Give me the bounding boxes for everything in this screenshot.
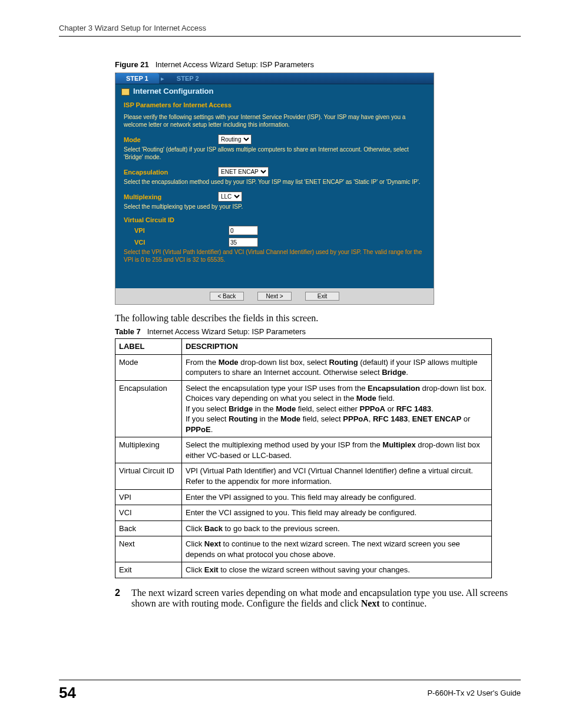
mode-help: Select 'Routing' (default) if your ISP a… bbox=[124, 146, 425, 161]
cell-label: Encapsulation bbox=[115, 380, 182, 437]
wizard-steps: STEP 1 ▸ STEP 2 bbox=[115, 73, 434, 84]
encapsulation-select[interactable]: ENET ENCAP bbox=[218, 167, 269, 177]
exit-button[interactable]: Exit bbox=[305, 292, 339, 301]
table-row: Multiplexing Select the multiplexing met… bbox=[115, 437, 492, 463]
step-number: 2 bbox=[115, 588, 131, 609]
table-title: Internet Access Wizard Setup: ISP Parame… bbox=[147, 327, 306, 336]
vci-label: VCI bbox=[124, 239, 229, 246]
vcid-help: Select the VPI (Virtual Path Identifier)… bbox=[124, 248, 425, 263]
wizard-screenshot: STEP 1 ▸ STEP 2 Internet Configuration I… bbox=[115, 73, 434, 305]
cell-desc: Select the encapsulation type your ISP u… bbox=[182, 380, 492, 437]
cell-desc: VPI (Virtual Path Identifier) and VCI (V… bbox=[182, 463, 492, 489]
cell-label: Multiplexing bbox=[115, 437, 182, 463]
step-arrow-icon: ▸ bbox=[161, 75, 164, 82]
cell-label: VCI bbox=[115, 505, 182, 521]
table-row: Mode From the Mode drop-down list box, s… bbox=[115, 354, 492, 380]
section-heading: ISP Parameters for Internet Access bbox=[124, 101, 425, 108]
multiplexing-select[interactable]: LLC bbox=[218, 192, 242, 202]
step-text-before: The next wizard screen varies depending … bbox=[131, 588, 508, 608]
vpi-input[interactable] bbox=[229, 226, 258, 235]
table-row: Back Click Back to go back to the previo… bbox=[115, 521, 492, 536]
cell-desc: Click Next to continue to the next wizar… bbox=[182, 536, 492, 562]
table-caption: Table 7 Internet Access Wizard Setup: IS… bbox=[59, 327, 521, 336]
th-label: LABEL bbox=[115, 339, 182, 355]
encapsulation-label: Encapsulation bbox=[124, 169, 218, 176]
page-number: 54 bbox=[59, 684, 76, 702]
cell-desc: From the Mode drop-down list box, select… bbox=[182, 354, 492, 380]
chapter-header: Chapter 3 Wizard Setup for Internet Acce… bbox=[59, 24, 521, 37]
multiplexing-help: Select the multiplexing type used by you… bbox=[124, 203, 425, 210]
page-footer: 54 P-660H-Tx v2 User's Guide bbox=[59, 680, 521, 702]
cell-desc: Enter the VCI assigned to you. This fiel… bbox=[182, 505, 492, 521]
cell-label: VPI bbox=[115, 489, 182, 505]
numbered-step: 2 The next wizard screen varies dependin… bbox=[59, 588, 521, 609]
guide-name: P-660H-Tx v2 User's Guide bbox=[427, 689, 521, 697]
vcid-label: Virtual Circuit ID bbox=[124, 216, 218, 223]
step-text-after: to continue. bbox=[380, 598, 427, 608]
intro-text: Please verify the following settings wit… bbox=[124, 113, 425, 129]
step-2-tab[interactable]: STEP 2 bbox=[166, 73, 210, 84]
cell-label: Virtual Circuit ID bbox=[115, 463, 182, 489]
multiplexing-label: Multiplexing bbox=[124, 193, 218, 200]
after-figure-text: The following table describes the fields… bbox=[59, 313, 521, 324]
figure-label: Figure 21 bbox=[115, 60, 149, 69]
cell-desc: Click Back to go back to the previous sc… bbox=[182, 521, 492, 536]
th-description: DESCRIPTION bbox=[182, 339, 492, 355]
table-row: Next Click Next to continue to the next … bbox=[115, 536, 492, 562]
back-button[interactable]: < Back bbox=[210, 292, 244, 301]
cell-label: Mode bbox=[115, 354, 182, 380]
table-row: VPI Enter the VPI assigned to you. This … bbox=[115, 489, 492, 505]
step-1-tab[interactable]: STEP 1 bbox=[115, 73, 159, 84]
table-row: VCI Enter the VCI assigned to you. This … bbox=[115, 505, 492, 521]
vpi-label: VPI bbox=[124, 227, 229, 234]
step-text: The next wizard screen varies depending … bbox=[131, 588, 521, 609]
mode-select[interactable]: Routing bbox=[218, 134, 252, 144]
parameters-table: LABEL DESCRIPTION Mode From the Mode dro… bbox=[115, 338, 492, 578]
table-row: Virtual Circuit ID VPI (Virtual Path Ide… bbox=[115, 463, 492, 489]
vci-input[interactable] bbox=[229, 238, 258, 247]
folder-icon bbox=[121, 88, 130, 95]
cell-desc: Click Exit to close the wizard screen wi… bbox=[182, 562, 492, 578]
encapsulation-help: Select the encapsulation method used by … bbox=[124, 178, 425, 186]
cell-label: Back bbox=[115, 521, 182, 536]
table-label: Table 7 bbox=[115, 327, 141, 336]
table-row: Encapsulation Select the encapsulation t… bbox=[115, 380, 492, 437]
cell-label: Exit bbox=[115, 562, 182, 578]
figure-title: Internet Access Wizard Setup: ISP Parame… bbox=[156, 60, 314, 69]
mode-label: Mode bbox=[124, 136, 218, 143]
cell-label: Next bbox=[115, 536, 182, 562]
table-row: Exit Click Exit to close the wizard scre… bbox=[115, 562, 492, 578]
step-text-bold: Next bbox=[361, 598, 380, 608]
next-button[interactable]: Next > bbox=[257, 292, 292, 301]
wizard-title-text: Internet Configuration bbox=[133, 87, 214, 95]
cell-desc: Enter the VPI assigned to you. This fiel… bbox=[182, 489, 492, 505]
figure-caption: Figure 21 Internet Access Wizard Setup: … bbox=[59, 60, 521, 69]
wizard-title: Internet Configuration bbox=[115, 84, 434, 98]
wizard-footer: < Back Next > Exit bbox=[115, 288, 434, 304]
table-header-row: LABEL DESCRIPTION bbox=[115, 339, 492, 355]
cell-desc: Select the multiplexing method used by y… bbox=[182, 437, 492, 463]
